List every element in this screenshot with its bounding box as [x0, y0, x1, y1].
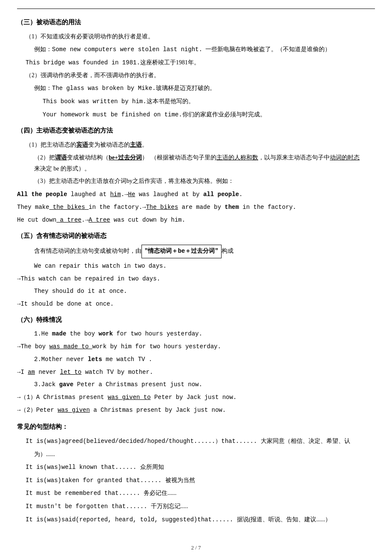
pattern1-cn2: 为）......: [17, 449, 375, 460]
section-si: （四）主动语态变被动语态的方法 （1）把主动语态的宾语变为被动语态的主语。 （2…: [17, 125, 375, 226]
pattern6: It is(was)said(reported, heard, told, su…: [17, 514, 375, 526]
top-border: [17, 9, 375, 9]
section-common-title: 常见的句型结构：: [17, 421, 375, 433]
wu-intro: 含有情态动词的主动句变成被动句时，由"情态动词＋be＋过去分词"构成: [17, 245, 375, 258]
san-item2-num: （2）强调动作的承受者，而不强调动作的执行者。: [17, 70, 375, 81]
si-item2: （2）把谓语变成被动结构（be+过去分词） （根据被动语态句子里的主语的人称和数…: [17, 152, 375, 174]
liu-item3-active: 3.Jack gave Peter a Christmas present ju…: [17, 379, 375, 390]
san-item1-ex1: 例如：Some new computers were stolen last n…: [17, 44, 375, 55]
section-wu-title: （五）含有情态动词的被动语态: [17, 230, 375, 242]
pattern2: It is(was)well known that...... 众所周知: [17, 462, 375, 473]
si-ex1-original: All the people laughed at him.→He was la…: [17, 189, 375, 200]
pattern5: It mustn't be forgotten that...... 千万别忘记…: [17, 501, 375, 512]
si-ex3-original: He cut down a tree.→A tree was cut down …: [17, 215, 375, 226]
wu-ex2-active: They should do it at once.: [17, 286, 375, 297]
si-item3: （3）把主动语态中的主语放在介词by之后作宾语，将主格改为宾格。例如：: [17, 176, 375, 187]
san-item2-ex1: 例如：The glass was broken by Mike.玻璃杯是迈克打破…: [17, 83, 375, 94]
wu-ex1-active: We can repair this watch in two days.: [17, 261, 375, 272]
si-ex2-original: They make the bikes in the factory.→The …: [17, 202, 375, 213]
section-common: 常见的句型结构： It is(was)agreed(believed/decid…: [17, 421, 375, 526]
liu-item3-passive2: →（2）Peter was given a Christmas present …: [17, 405, 375, 416]
section-si-title: （四）主动语态变被动语态的方法: [17, 125, 375, 137]
liu-item2-active: 2.Mother never lets me watch TV .: [17, 354, 375, 365]
liu-item1-active: 1.He made the boy work for two hours yes…: [17, 329, 375, 340]
liu-item3-passive1: →（1）A Christmas present was given to Pet…: [17, 392, 375, 403]
section-san-title: （三）被动语态的用法: [17, 17, 375, 29]
section-liu-title: （六）特殊情况: [17, 314, 375, 326]
section-liu: （六）特殊情况 1.He made the boy work for two h…: [17, 314, 375, 416]
pattern4: It must be remembered that...... 务必记住...…: [17, 488, 375, 499]
section-wu: （五）含有情态动词的被动语态 含有情态动词的主动句变成被动句时，由"情态动词＋b…: [17, 230, 375, 310]
page-number: 2 / 7: [191, 544, 201, 551]
san-item1-num: （1）不知道或没有必要说明动作的执行者是谁。: [17, 31, 375, 42]
pattern3: It is(was)taken for granted that...... 被…: [17, 475, 375, 486]
pattern1: It is(was)agreed(believed/decided/hoped/…: [17, 436, 375, 447]
san-item1-ex2: This bridge was founded in 1981.这座桥竣工于19…: [17, 57, 375, 69]
liu-item1-passive: →The boy was made to work by him for two…: [17, 341, 375, 353]
san-item2-ex2: This book was written by him.这本书是他写的。: [17, 96, 375, 107]
wu-ex2-passive: →It should be done at once.: [17, 299, 375, 310]
san-item2-ex3: Your homework must be finished on time.你…: [17, 109, 375, 121]
liu-item2-passive: →I am never let to watch TV by mother.: [17, 367, 375, 378]
section-san: （三）被动语态的用法 （1）不知道或没有必要说明动作的执行者是谁。 例如：Som…: [17, 17, 375, 121]
page-container: （三）被动语态的用法 （1）不知道或没有必要说明动作的执行者是谁。 例如：Som…: [17, 9, 375, 553]
si-item1: （1）把主动语态的宾语变为被动语态的主语。: [17, 139, 375, 150]
wu-ex1-passive: →This watch can be repaired in two days.: [17, 274, 375, 285]
page-footer: 2 / 7: [17, 543, 375, 552]
